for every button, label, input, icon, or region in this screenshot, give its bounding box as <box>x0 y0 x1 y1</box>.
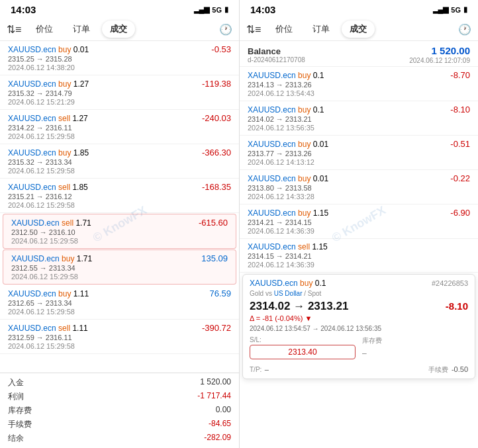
trade-datetime: 2024.06.12 15:29:58 <box>8 201 231 209</box>
sort-icon[interactable]: ⇅≡ <box>7 23 21 36</box>
trade-datetime: 2024.06.12 15:29:58 <box>8 132 231 140</box>
detail-bottom-row: T/P: – 手续费 -0.50 <box>250 363 468 375</box>
trade-prices: 2314.21 → 2314.15 <box>248 218 470 226</box>
trade-pnl: -8.70 <box>450 70 470 80</box>
balance-info: Balance d-20240612170708 <box>248 46 305 64</box>
summary-value: -282.09 <box>204 433 231 444</box>
summary-label: 结余 <box>8 433 24 444</box>
network-label: 5G <box>451 6 461 14</box>
left-tab-bar: ⇅≡ 价位 订单 成交 🕐 <box>0 18 239 41</box>
trade-prices: 2315.25 → 2315.28 <box>8 55 231 63</box>
summary-label: 库存费 <box>8 405 32 416</box>
tab-dingdan[interactable]: 订单 <box>305 21 338 38</box>
tab-jiwei[interactable]: 价位 <box>267 21 301 38</box>
network-label: 5G <box>212 6 222 14</box>
right-status-time: 14:03 <box>250 4 275 15</box>
table-row[interactable]: XAUUSD.ecn buy 1.71 135.09 2312.55 → 231… <box>3 249 236 285</box>
table-row[interactable]: XAUUSD.ecn sell 1.85 -168.35 2315.21 → 2… <box>0 179 239 213</box>
table-row[interactable]: XAUUSD.ecn sell 1.11 -390.72 2312.59 → 2… <box>0 320 239 354</box>
battery-icon: ▮ <box>463 5 467 14</box>
trade-datetime: 2024.06.12 15:29:58 <box>8 342 231 350</box>
right-status-bar: 14:03 ▂▄▆ 5G ▮ <box>240 0 478 18</box>
table-row[interactable]: XAUUSD.ecn sell 1.71 -615.60 2312.50 → 2… <box>3 214 236 249</box>
trade-datetime: 2024.06.12 13:54:43 <box>248 89 470 97</box>
summary-value: 0.00 <box>216 405 231 416</box>
trade-pnl: -390.72 <box>202 323 231 333</box>
storage-label: 库存费 <box>362 336 468 345</box>
left-panel: © KnowFX 14:03 ▂▄▆ 5G ▮ ⇅≡ 价位 订单 成交 🕐 XA… <box>0 0 239 448</box>
balance-amount: 1 520.00 <box>409 45 470 56</box>
trade-symbol: XAUUSD.ecn sell 1.15 <box>248 242 328 251</box>
left-trade-list: XAUUSD.ecn buy 0.01 -0.53 2315.25 → 2315… <box>0 41 239 373</box>
detail-pnl: -8.10 <box>446 300 468 312</box>
trade-symbol: XAUUSD.ecn buy 1.71 <box>11 254 92 263</box>
trade-symbol: XAUUSD.ecn buy 1.85 <box>8 148 89 157</box>
summary-label: 利润 <box>8 391 24 402</box>
trade-symbol: XAUUSD.ecn buy 0.1 <box>248 71 324 80</box>
sort-icon[interactable]: ⇅≡ <box>246 23 261 36</box>
storage-value: – <box>362 347 468 360</box>
table-row[interactable]: XAUUSD.ecn buy 1.15 -6.90 2314.21 → 2314… <box>240 204 478 239</box>
trade-prices: 2312.65 → 2313.34 <box>8 299 231 307</box>
trade-pnl: -119.38 <box>202 79 231 89</box>
trade-datetime: 2024.06.12 14:36:39 <box>248 261 470 269</box>
table-row[interactable]: XAUUSD.ecn buy 1.11 76.59 2312.65 → 2313… <box>0 285 239 320</box>
tab-dingdan[interactable]: 订单 <box>65 21 98 38</box>
left-summary: 入金 1 520.00 利润 -1 717.44 库存费 0.00 手续费 -8… <box>0 373 239 448</box>
tab-chengjiao[interactable]: 成交 <box>342 21 375 38</box>
tab-chengjiao[interactable]: 成交 <box>102 21 135 38</box>
tab-jiwei[interactable]: 价位 <box>28 21 61 38</box>
trade-datetime: 2024.06.12 15:29:58 <box>8 308 231 316</box>
trade-pnl: -0.22 <box>450 173 470 183</box>
table-row[interactable]: XAUUSD.ecn buy 0.01 -0.51 2313.77 → 2313… <box>240 136 478 170</box>
summary-label: 入金 <box>8 377 24 388</box>
table-row[interactable]: XAUUSD.ecn buy 0.01 -0.53 2315.25 → 2315… <box>0 41 239 75</box>
trade-prices: 2313.80 → 2313.58 <box>248 184 470 192</box>
table-row[interactable]: XAUUSD.ecn buy 0.1 -8.70 2314.13 → 2313.… <box>240 67 478 101</box>
trade-symbol: XAUUSD.ecn buy 1.15 <box>248 208 328 218</box>
fee-value: -0.50 <box>452 365 468 373</box>
detail-subtitle: Gold vs US Dollar / Spot <box>250 290 468 297</box>
trade-symbol: XAUUSD.ecn sell 1.85 <box>8 183 88 192</box>
tp-label: T/P: <box>250 366 262 373</box>
table-row[interactable]: XAUUSD.ecn buy 0.01 -0.22 2313.80 → 2313… <box>240 170 478 204</box>
trade-pnl: -615.60 <box>199 218 228 228</box>
clock-icon[interactable]: 🕐 <box>219 23 232 36</box>
trade-datetime: 2024.06.12 14:33:28 <box>248 193 470 201</box>
sl-field: S/L: 2313.40 <box>250 336 356 360</box>
table-row[interactable]: XAUUSD.ecn buy 1.85 -366.30 2315.32 → 23… <box>0 144 239 179</box>
trade-prices: 2315.32 → 2313.34 <box>8 158 231 166</box>
trade-pnl: -0.53 <box>211 44 231 54</box>
detail-price-main: 2314.02 → 2313.21 <box>250 300 348 313</box>
trade-pnl: -8.10 <box>450 105 470 114</box>
clock-icon[interactable]: 🕐 <box>458 23 471 36</box>
detail-time-row: 2024.06.12 13:54:57 → 2024.06.12 13:56:3… <box>250 325 468 332</box>
right-status-icons: ▂▄▆ 5G ▮ <box>433 5 467 14</box>
trade-datetime: 2024.06.12 14:38:20 <box>8 64 231 71</box>
balance-right: 1 520.00 2024.06.12 12:07:09 <box>409 45 470 64</box>
table-row[interactable]: XAUUSD.ecn buy 1.27 -119.38 2315.32 → 23… <box>0 75 239 110</box>
trade-datetime: 2024.06.12 13:56:35 <box>248 124 470 132</box>
table-row[interactable]: XAUUSD.ecn sell 1.27 -240.03 2314.22 → 2… <box>0 110 239 144</box>
trade-symbol: XAUUSD.ecn buy 0.01 <box>248 174 328 183</box>
trade-detail-popup[interactable]: XAUUSD.ecn buy 0.1 #24226853 Gold vs US … <box>242 274 475 379</box>
summary-row-balance: 结余 -282.09 <box>8 431 231 445</box>
trade-prices: 2315.32 → 2314.79 <box>8 89 231 97</box>
fee-area: 手续费 -0.50 <box>428 363 468 375</box>
right-panel: © KnowFX 14:03 ▂▄▆ 5G ▮ ⇅≡ 价位 订单 成交 🕐 Ba… <box>239 0 478 448</box>
trade-prices: 2312.55 → 2313.34 <box>11 264 228 272</box>
fee-label: 手续费 <box>428 366 448 373</box>
detail-header: XAUUSD.ecn buy 0.1 #24226853 <box>250 279 468 288</box>
summary-row-fee: 手续费 -84.65 <box>8 418 231 431</box>
trade-pnl: 135.09 <box>201 253 228 263</box>
trade-prices: 2314.22 → 2316.11 <box>8 124 231 132</box>
summary-value: -1 717.44 <box>197 391 231 402</box>
table-row[interactable]: XAUUSD.ecn sell 1.15 2314.15 → 2314.21 2… <box>240 239 478 273</box>
trade-datetime: 2024.06.12 15:29:58 <box>11 237 228 245</box>
table-row[interactable]: XAUUSD.ecn buy 0.1 -8.10 2314.02 → 2313.… <box>240 101 478 136</box>
summary-row-storage: 库存费 0.00 <box>8 404 231 418</box>
summary-value: -84.65 <box>209 419 231 430</box>
left-status-icons: ▂▄▆ 5G ▮ <box>194 5 228 14</box>
summary-row-deposit: 入金 1 520.00 <box>8 376 231 390</box>
trade-datetime: 2024.06.12 15:21:29 <box>8 98 231 106</box>
